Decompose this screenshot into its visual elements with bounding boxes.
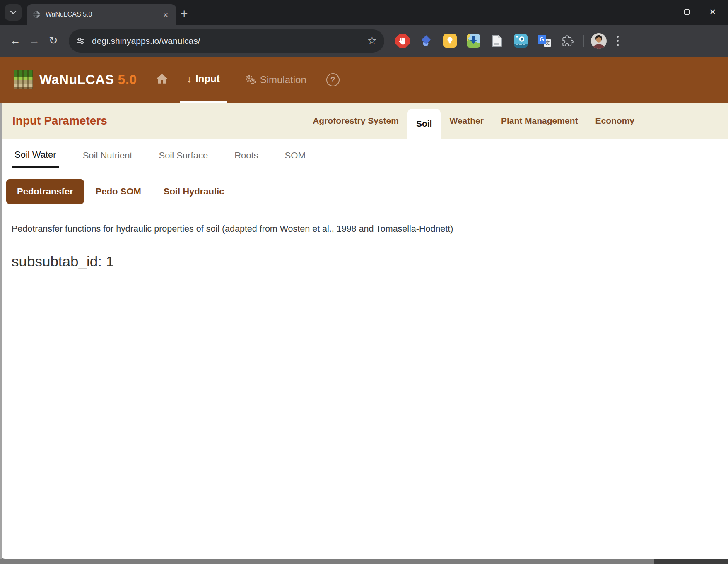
brand-version: 5.0: [118, 72, 137, 87]
nav-input-label: Input: [195, 73, 220, 84]
window-frame-bottom-dark: [654, 559, 728, 564]
diamond-extension-icon[interactable]: [419, 34, 433, 48]
window-frame-bottom: [0, 559, 728, 564]
extensions-puzzle-icon[interactable]: [561, 34, 575, 48]
window-frame-left: [0, 103, 2, 559]
puzzle-icon: [562, 35, 574, 47]
back-button[interactable]: ←: [6, 31, 25, 50]
forward-button[interactable]: →: [25, 31, 44, 50]
hand-icon: [397, 36, 408, 46]
down-arrow-icon: ↓: [187, 73, 192, 85]
kebab-dot: [617, 44, 619, 46]
nav-simulation-label: Simulation: [260, 74, 306, 86]
site-settings-tune-icon: [76, 36, 85, 46]
subsubtab-soil-hydraulic[interactable]: Soil Hydraulic: [153, 179, 235, 204]
tab-weather[interactable]: Weather: [441, 103, 492, 139]
subtab-soil-water[interactable]: Soil Water: [12, 149, 59, 168]
window-minimize-button[interactable]: [648, 0, 674, 24]
reload-icon: ↻: [49, 34, 58, 47]
tab-close-icon[interactable]: ×: [161, 10, 171, 20]
input-parameters-band: Input Parameters Agroforestry System Soi…: [0, 103, 728, 139]
document-extension-icon[interactable]: [490, 34, 504, 48]
nav-simulation[interactable]: Simulation: [238, 57, 313, 103]
translate-extension-icon[interactable]: G: [537, 34, 551, 48]
help-icon: ?: [330, 75, 335, 84]
home-button[interactable]: [155, 73, 169, 86]
window-maximize-button[interactable]: [674, 0, 700, 24]
subtab-soil-nutrient[interactable]: Soil Nutrient: [80, 149, 135, 168]
browser-toolbar: ← → ↻ degi.shinyapps.io/wanulcas/ ☆: [0, 25, 728, 57]
browser-window: WaNuLCAS 5.0 × + × ← → ↻ degi.shinyapps.…: [0, 0, 728, 564]
new-tab-button[interactable]: +: [181, 7, 188, 20]
document-icon: [492, 35, 502, 47]
reload-button[interactable]: ↻: [44, 31, 63, 50]
wanulcas-logo: [14, 70, 33, 89]
tab-search-button[interactable]: [5, 4, 22, 21]
back-icon: ←: [10, 34, 21, 47]
camera-icon: [514, 34, 528, 48]
tab-economy[interactable]: Economy: [586, 103, 643, 139]
main-content: Soil Water Soil Nutrient Soil Surface Ro…: [0, 139, 728, 559]
downloader-extension-icon[interactable]: [466, 34, 480, 48]
app-brand: WaNuLCAS5.0: [39, 72, 137, 87]
exif-camera-extension-icon[interactable]: [513, 34, 528, 48]
forward-icon: →: [29, 34, 40, 47]
browser-menu-button[interactable]: [610, 33, 625, 49]
tab-title: WaNuLCAS 5.0: [46, 11, 161, 18]
window-close-button[interactable]: ×: [700, 0, 726, 24]
toolbar-separator: [583, 35, 584, 47]
help-button[interactable]: ?: [326, 73, 340, 86]
profile-avatar[interactable]: [591, 33, 607, 49]
brand-name: WaNuLCAS: [39, 72, 114, 87]
tab-plant-management[interactable]: Plant Management: [492, 103, 587, 139]
address-bar[interactable]: degi.shinyapps.io/wanulcas/ ☆: [69, 29, 384, 53]
avatar-photo: [591, 33, 607, 49]
tab-strip: WaNuLCAS 5.0 × + ×: [0, 0, 728, 25]
subtab-soil-surface[interactable]: Soil Surface: [157, 149, 211, 168]
tab-agroforestry-system[interactable]: Agroforestry System: [304, 103, 407, 139]
download-arrow-icon: [467, 34, 480, 48]
soil-sub-tab-bar: Soil Water Soil Nutrient Soil Surface Ro…: [0, 139, 728, 168]
subsubtab-pedotransfer[interactable]: Pedotransfer: [6, 179, 84, 204]
extensions-row: G: [395, 34, 575, 48]
nav-input[interactable]: ↓ Input: [180, 57, 227, 103]
maximize-icon: [684, 9, 690, 15]
subtab-roots[interactable]: Roots: [232, 149, 260, 168]
adblock-extension-icon[interactable]: [395, 34, 410, 48]
kebab-dot: [617, 36, 619, 38]
close-icon: ×: [709, 6, 716, 18]
top-tab-bar: Agroforestry System Soil Weather Plant M…: [304, 103, 643, 139]
adblock-octagon: [395, 34, 410, 48]
kebab-dot: [617, 40, 619, 42]
home-icon: [155, 73, 169, 85]
gears-icon: [245, 74, 256, 85]
keep-note-extension-icon[interactable]: [443, 34, 457, 48]
window-controls: ×: [648, 0, 726, 24]
tab-soil[interactable]: Soil: [407, 109, 441, 139]
url-text: degi.shinyapps.io/wanulcas/: [92, 36, 367, 46]
page-title: Input Parameters: [12, 114, 107, 127]
pedotransfer-description: Pedotransfer functions for hydraulic pro…: [12, 224, 728, 234]
bookmark-star-icon[interactable]: ☆: [367, 34, 377, 47]
soil-water-subsub-tab-bar: Pedotransfer Pedo SOM Soil Hydraulic: [6, 179, 728, 204]
translate-g-icon: G: [538, 35, 546, 44]
chevron-down-icon: [9, 8, 18, 17]
browser-tab[interactable]: WaNuLCAS 5.0 ×: [27, 4, 176, 25]
globe-favicon-icon: [32, 10, 41, 19]
diamond-icon: [419, 34, 433, 48]
app-header: WaNuLCAS5.0 ↓ Input Simulation ?: [0, 57, 728, 103]
subtab-som[interactable]: SOM: [282, 149, 308, 168]
minimize-icon: [658, 12, 665, 12]
subsubtab-id-text: subsubtab_id: 1: [12, 253, 728, 270]
keep-note-icon: [443, 34, 457, 48]
subsubtab-pedo-som[interactable]: Pedo SOM: [85, 179, 152, 204]
